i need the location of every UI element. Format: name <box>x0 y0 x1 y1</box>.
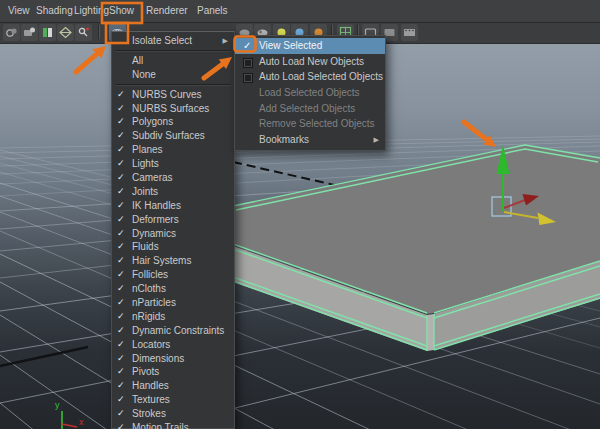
menu-item-handles[interactable]: ✓Handles <box>112 379 234 393</box>
image-plane-icon[interactable] <box>57 24 74 41</box>
check-icon: ✓ <box>117 143 125 157</box>
menu-item-locators[interactable]: ✓Locators <box>112 338 234 352</box>
menu-item-textures[interactable]: ✓Textures <box>112 393 234 407</box>
submenu-arrow-icon: ▶ <box>223 34 228 48</box>
menu-item-nurbs-curves[interactable]: ✓NURBS Curves <box>112 88 234 102</box>
menu-item-dimensions[interactable]: ✓Dimensions <box>112 352 234 366</box>
isolate-select-submenu: ✓ View Selected Auto Load New Objects Au… <box>234 35 386 151</box>
check-icon: ✓ <box>117 338 125 352</box>
check-icon: ✓ <box>117 240 125 254</box>
check-icon: ✓ <box>117 421 125 429</box>
menu-item-strokes[interactable]: ✓Strokes <box>112 407 234 421</box>
check-icon: ✓ <box>117 379 125 393</box>
menu-item-nrigids[interactable]: ✓nRigids <box>112 310 234 324</box>
check-icon: ✓ <box>117 213 125 227</box>
menu-show[interactable]: Show <box>109 0 134 22</box>
menu-item-fluids[interactable]: ✓Fluids <box>112 240 234 254</box>
menu-item-all[interactable]: All <box>112 54 234 68</box>
menu-item-none[interactable]: None <box>112 68 234 82</box>
select-camera-icon[interactable] <box>3 24 20 41</box>
menu-item-lights[interactable]: ✓Lights <box>112 157 234 171</box>
key-icon[interactable] <box>75 24 92 41</box>
camera-attributes-icon[interactable] <box>21 24 38 41</box>
menu-item-nurbs-surfaces[interactable]: ✓NURBS Surfaces <box>112 102 234 116</box>
plane-corner-face[interactable] <box>427 314 434 351</box>
menu-separator <box>115 50 231 52</box>
menu-item-hair-systems[interactable]: ✓Hair Systems <box>112 254 234 268</box>
submenu-item-bookmarks[interactable]: Bookmarks ▶ <box>235 132 385 148</box>
menu-item-dynamic-constraints[interactable]: ✓Dynamic Constraints <box>112 324 234 338</box>
menu-item-ik-handles[interactable]: ✓IK Handles <box>112 199 234 213</box>
check-icon: ✓ <box>117 185 125 199</box>
panel-menubar: View Shading Lighting Show Renderer Pane… <box>0 0 600 23</box>
checkbox-unchecked[interactable] <box>243 73 253 83</box>
submenu-item-remove-selected-objects: Remove Selected Objects <box>235 116 385 132</box>
check-icon: ✓ <box>117 310 125 324</box>
check-icon: ✓ <box>117 407 125 421</box>
menu-item-planes[interactable]: ✓Planes <box>112 143 234 157</box>
show-menu-dropdown: Isolate Select ▶ All None ✓NURBS Curves … <box>111 31 235 429</box>
menu-item-nparticles[interactable]: ✓nParticles <box>112 296 234 310</box>
maya-viewport-window: y x View Shading Lighting Show Renderer … <box>0 0 600 429</box>
menu-item-cameras[interactable]: ✓Cameras <box>112 171 234 185</box>
menu-item-polygons[interactable]: ✓Polygons <box>112 115 234 129</box>
submenu-item-auto-load-new-objects[interactable]: Auto Load New Objects <box>235 54 385 70</box>
check-icon: ✓ <box>117 129 125 143</box>
check-icon: ✓ <box>117 365 125 379</box>
axis-x-label: x <box>79 417 84 427</box>
menu-shading[interactable]: Shading <box>36 0 73 22</box>
menu-renderer[interactable]: Renderer <box>146 0 188 22</box>
menu-separator <box>115 84 231 86</box>
menu-item-follicles[interactable]: ✓Follicles <box>112 268 234 282</box>
menu-view[interactable]: View <box>8 0 30 22</box>
menu-panels[interactable]: Panels <box>197 0 228 22</box>
check-icon: ✓ <box>117 268 125 282</box>
toolbar-separator <box>98 25 100 39</box>
axis-y-label: y <box>55 400 60 410</box>
check-icon: ✓ <box>117 115 125 129</box>
submenu-item-load-selected-objects: Load Selected Objects <box>235 85 385 101</box>
check-icon: ✓ <box>117 227 125 241</box>
menu-item-joints[interactable]: ✓Joints <box>112 185 234 199</box>
check-icon: ✓ <box>117 102 125 116</box>
menu-item-deformers[interactable]: ✓Deformers <box>112 213 234 227</box>
menu-item-subdiv-surfaces[interactable]: ✓Subdiv Surfaces <box>112 129 234 143</box>
check-icon: ✓ <box>117 254 125 268</box>
check-icon: ✓ <box>117 393 125 407</box>
check-icon: ✓ <box>117 352 125 366</box>
submenu-item-view-selected[interactable]: ✓ View Selected <box>235 38 385 54</box>
gate-mask-icon[interactable] <box>401 24 418 41</box>
submenu-arrow-icon: ▶ <box>374 132 379 148</box>
menu-item-dynamics[interactable]: ✓Dynamics <box>112 227 234 241</box>
submenu-item-auto-load-selected-objects[interactable]: Auto Load Selected Objects <box>235 69 385 85</box>
check-icon: ✓ <box>117 282 125 296</box>
menu-lighting[interactable]: Lighting <box>74 0 109 22</box>
menu-item-isolate-select[interactable]: Isolate Select ▶ <box>112 34 234 48</box>
check-icon: ✓ <box>243 38 251 54</box>
checkbox-unchecked[interactable] <box>243 58 253 68</box>
menu-item-ncloths[interactable]: ✓nCloths <box>112 282 234 296</box>
bookmarks-icon[interactable] <box>39 24 56 41</box>
menu-item-motion-trails[interactable]: ✓Motion Trails <box>112 421 234 429</box>
check-icon: ✓ <box>117 88 125 102</box>
menu-item-pivots[interactable]: ✓Pivots <box>112 365 234 379</box>
check-icon: ✓ <box>117 171 125 185</box>
submenu-item-add-selected-objects: Add Selected Objects <box>235 101 385 117</box>
check-icon: ✓ <box>117 296 125 310</box>
check-icon: ✓ <box>117 324 125 338</box>
check-icon: ✓ <box>117 199 125 213</box>
check-icon: ✓ <box>117 157 125 171</box>
